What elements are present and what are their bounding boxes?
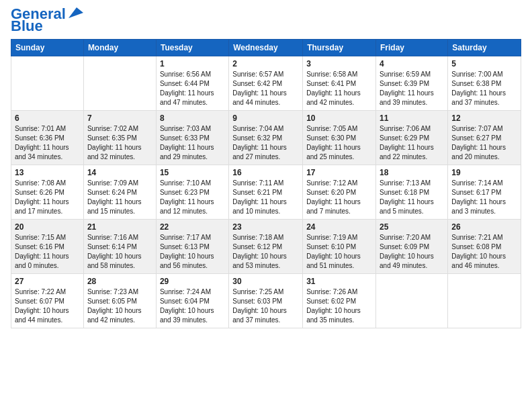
col-header-monday: Monday <box>83 40 156 56</box>
day-number: 8 <box>160 113 225 123</box>
calendar-cell: 26Sunrise: 7:21 AMSunset: 6:08 PMDayligh… <box>448 220 521 274</box>
day-number: 10 <box>306 113 372 123</box>
calendar-cell: 28Sunrise: 7:23 AMSunset: 6:05 PMDayligh… <box>83 274 156 328</box>
day-info: Sunrise: 7:19 AMSunset: 6:10 PMDaylight:… <box>306 234 361 269</box>
calendar-cell: 13Sunrise: 7:08 AMSunset: 6:26 PMDayligh… <box>11 165 84 220</box>
logo-blue: Blue <box>11 19 43 34</box>
header: General Blue <box>11 7 521 34</box>
day-info: Sunrise: 7:18 AMSunset: 6:12 PMDaylight:… <box>232 234 287 269</box>
calendar-cell: 11Sunrise: 7:06 AMSunset: 6:29 PMDayligh… <box>376 111 448 165</box>
svg-marker-0 <box>69 7 83 18</box>
day-info: Sunrise: 7:00 AMSunset: 6:38 PMDaylight:… <box>451 71 506 106</box>
day-number: 14 <box>87 168 152 177</box>
day-info: Sunrise: 6:59 AMSunset: 6:39 PMDaylight:… <box>380 71 434 106</box>
day-info: Sunrise: 7:20 AMSunset: 6:09 PMDaylight:… <box>380 234 434 269</box>
day-number: 24 <box>306 222 372 232</box>
calendar-cell: 29Sunrise: 7:24 AMSunset: 6:04 PMDayligh… <box>156 274 228 328</box>
calendar-cell: 10Sunrise: 7:05 AMSunset: 6:30 PMDayligh… <box>303 111 376 165</box>
day-number: 18 <box>380 168 444 177</box>
day-info: Sunrise: 7:05 AMSunset: 6:30 PMDaylight:… <box>306 125 361 161</box>
day-info: Sunrise: 7:22 AMSunset: 6:07 PMDaylight:… <box>15 288 69 324</box>
day-number: 2 <box>232 59 299 68</box>
day-number: 28 <box>87 277 152 286</box>
calendar-cell: 15Sunrise: 7:10 AMSunset: 6:23 PMDayligh… <box>156 165 228 220</box>
day-info: Sunrise: 7:13 AMSunset: 6:18 PMDaylight:… <box>380 179 434 215</box>
day-info: Sunrise: 7:21 AMSunset: 6:08 PMDaylight:… <box>451 234 506 269</box>
col-header-sunday: Sunday <box>11 40 84 56</box>
day-info: Sunrise: 7:01 AMSunset: 6:36 PMDaylight:… <box>15 125 69 161</box>
page: General Blue SundayMondayTuesdayWednesda… <box>0 0 532 411</box>
calendar-cell: 30Sunrise: 7:25 AMSunset: 6:03 PMDayligh… <box>229 274 303 328</box>
day-number: 13 <box>15 168 80 177</box>
day-info: Sunrise: 7:16 AMSunset: 6:14 PMDaylight:… <box>87 234 142 269</box>
calendar-cell: 9Sunrise: 7:04 AMSunset: 6:32 PMDaylight… <box>229 111 303 165</box>
calendar-cell: 17Sunrise: 7:12 AMSunset: 6:20 PMDayligh… <box>303 165 376 220</box>
calendar-cell: 31Sunrise: 7:26 AMSunset: 6:02 PMDayligh… <box>303 274 376 328</box>
day-number: 4 <box>380 59 444 68</box>
day-info: Sunrise: 7:14 AMSunset: 6:17 PMDaylight:… <box>451 179 506 215</box>
day-number: 1 <box>160 59 225 68</box>
day-number: 15 <box>160 168 225 177</box>
day-info: Sunrise: 7:10 AMSunset: 6:23 PMDaylight:… <box>160 179 214 215</box>
day-number: 27 <box>15 277 80 286</box>
day-info: Sunrise: 6:56 AMSunset: 6:44 PMDaylight:… <box>160 71 214 106</box>
day-info: Sunrise: 7:25 AMSunset: 6:03 PMDaylight:… <box>232 288 287 324</box>
calendar-cell: 25Sunrise: 7:20 AMSunset: 6:09 PMDayligh… <box>376 220 448 274</box>
col-header-thursday: Thursday <box>303 40 376 56</box>
day-info: Sunrise: 7:03 AMSunset: 6:33 PMDaylight:… <box>160 125 214 161</box>
calendar-cell: 24Sunrise: 7:19 AMSunset: 6:10 PMDayligh… <box>303 220 376 274</box>
day-number: 7 <box>87 113 152 123</box>
day-info: Sunrise: 7:23 AMSunset: 6:05 PMDaylight:… <box>87 288 142 324</box>
calendar-week-3: 13Sunrise: 7:08 AMSunset: 6:26 PMDayligh… <box>11 165 521 220</box>
calendar-cell: 8Sunrise: 7:03 AMSunset: 6:33 PMDaylight… <box>156 111 228 165</box>
calendar-cell: 6Sunrise: 7:01 AMSunset: 6:36 PMDaylight… <box>11 111 84 165</box>
day-number: 23 <box>232 222 299 232</box>
col-header-wednesday: Wednesday <box>229 40 303 56</box>
day-number: 31 <box>306 277 372 286</box>
day-number: 22 <box>160 222 225 232</box>
day-info: Sunrise: 7:09 AMSunset: 6:24 PMDaylight:… <box>87 179 142 215</box>
calendar-cell: 16Sunrise: 7:11 AMSunset: 6:21 PMDayligh… <box>229 165 303 220</box>
day-info: Sunrise: 6:57 AMSunset: 6:42 PMDaylight:… <box>232 71 287 106</box>
calendar-cell: 19Sunrise: 7:14 AMSunset: 6:17 PMDayligh… <box>448 165 521 220</box>
day-info: Sunrise: 7:26 AMSunset: 6:02 PMDaylight:… <box>306 288 361 324</box>
calendar-cell <box>11 56 84 111</box>
col-header-saturday: Saturday <box>448 40 521 56</box>
day-info: Sunrise: 7:24 AMSunset: 6:04 PMDaylight:… <box>160 288 214 324</box>
calendar-cell <box>448 274 521 328</box>
calendar-cell: 20Sunrise: 7:15 AMSunset: 6:16 PMDayligh… <box>11 220 84 274</box>
calendar-cell: 18Sunrise: 7:13 AMSunset: 6:18 PMDayligh… <box>376 165 448 220</box>
day-info: Sunrise: 7:08 AMSunset: 6:26 PMDaylight:… <box>15 179 69 215</box>
day-info: Sunrise: 7:12 AMSunset: 6:20 PMDaylight:… <box>306 179 361 215</box>
calendar-cell: 12Sunrise: 7:07 AMSunset: 6:27 PMDayligh… <box>448 111 521 165</box>
day-number: 19 <box>451 168 517 177</box>
calendar-week-5: 27Sunrise: 7:22 AMSunset: 6:07 PMDayligh… <box>11 274 521 328</box>
calendar-cell: 1Sunrise: 6:56 AMSunset: 6:44 PMDaylight… <box>156 56 228 111</box>
logo-arrow-icon <box>67 6 85 19</box>
calendar-cell: 27Sunrise: 7:22 AMSunset: 6:07 PMDayligh… <box>11 274 84 328</box>
day-number: 11 <box>380 113 444 123</box>
day-number: 3 <box>306 59 372 68</box>
day-info: Sunrise: 7:11 AMSunset: 6:21 PMDaylight:… <box>232 179 287 215</box>
day-number: 6 <box>15 113 80 123</box>
day-number: 20 <box>15 222 80 232</box>
day-number: 17 <box>306 168 372 177</box>
day-info: Sunrise: 6:58 AMSunset: 6:41 PMDaylight:… <box>306 71 361 106</box>
day-info: Sunrise: 7:04 AMSunset: 6:32 PMDaylight:… <box>232 125 287 161</box>
logo-blue-text: Blue <box>11 17 43 34</box>
day-number: 12 <box>451 113 517 123</box>
day-number: 21 <box>87 222 152 232</box>
day-info: Sunrise: 7:17 AMSunset: 6:13 PMDaylight:… <box>160 234 214 269</box>
day-info: Sunrise: 7:07 AMSunset: 6:27 PMDaylight:… <box>451 125 506 161</box>
calendar-cell: 4Sunrise: 6:59 AMSunset: 6:39 PMDaylight… <box>376 56 448 111</box>
calendar-cell: 5Sunrise: 7:00 AMSunset: 6:38 PMDaylight… <box>448 56 521 111</box>
col-header-friday: Friday <box>376 40 448 56</box>
day-info: Sunrise: 7:02 AMSunset: 6:35 PMDaylight:… <box>87 125 142 161</box>
calendar-cell: 23Sunrise: 7:18 AMSunset: 6:12 PMDayligh… <box>229 220 303 274</box>
day-number: 25 <box>380 222 444 232</box>
calendar-header-row: SundayMondayTuesdayWednesdayThursdayFrid… <box>11 40 521 56</box>
day-number: 30 <box>232 277 299 286</box>
calendar-cell: 21Sunrise: 7:16 AMSunset: 6:14 PMDayligh… <box>83 220 156 274</box>
calendar-cell <box>83 56 156 111</box>
calendar-table: SundayMondayTuesdayWednesdayThursdayFrid… <box>11 39 521 328</box>
